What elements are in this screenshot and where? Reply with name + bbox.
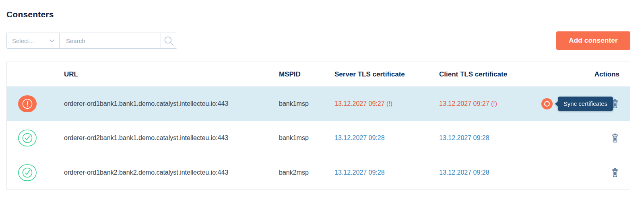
table-row[interactable]: orderer-ord1bank2.bank2.demo.catalyst.in… [7,155,630,190]
tooltip-label: Sync certificates [558,97,613,111]
client-cert-expiry: 13.12.2027 09:28 [439,134,560,142]
consenter-mspid: bank1msp [279,134,334,142]
server-cert-expiry: 13.12.2027 09:28 [334,134,439,142]
status-ok-icon [18,164,37,181]
table-row[interactable]: orderer-ord1bank1.bank1.demo.catalyst.in… [7,87,630,121]
server-cert-expiry: 13.12.2027 09:27 (!) [334,100,439,107]
header-mspid: MSPID [279,70,334,78]
consenters-page: Consenters Select... Add consenter URL M… [0,0,644,190]
delete-button[interactable] [611,133,619,143]
filter-group: Select... [6,33,177,49]
delete-button[interactable] [611,168,619,177]
status-cell [7,95,64,112]
status-ok-icon [18,130,37,146]
header-actions: Actions [560,70,630,78]
add-consenter-button[interactable]: Add consenter [556,31,630,50]
trash-icon [611,173,619,179]
magnifier-icon [163,35,174,46]
consenter-mspid: bank1msp [279,100,334,107]
client-cert-expiry: 13.12.2027 09:28 [439,169,560,176]
consenters-table: URL MSPID Server TLS certificate Client … [6,62,630,190]
header-client-cert: Client TLS certificate [439,70,560,78]
actions-cell [560,168,630,177]
trash-icon [611,138,619,144]
consenter-url: orderer-ord1bank1.bank1.demo.catalyst.in… [64,100,279,107]
header-url: URL [64,70,279,78]
consenter-mspid: bank2msp [279,169,334,176]
consenter-url: orderer-ord2bank1.bank1.demo.catalyst.in… [64,134,279,142]
table-header: URL MSPID Server TLS certificate Client … [7,62,630,87]
header-server-cert: Server TLS certificate [334,70,439,78]
page-title: Consenters [6,10,630,19]
sync-certificates-button[interactable] [541,98,553,109]
toolbar: Select... Add consenter [6,31,630,50]
consenter-url: orderer-ord1bank2.bank2.demo.catalyst.in… [64,169,279,176]
status-cell [7,130,64,146]
table-row[interactable]: orderer-ord2bank1.bank1.demo.catalyst.in… [7,121,630,155]
sync-tooltip: Sync certificates [555,97,613,111]
filter-select-value: Select... [12,37,34,44]
search-button[interactable] [161,33,177,48]
search-input[interactable] [59,33,161,48]
table-body: orderer-ord1bank1.bank1.demo.catalyst.in… [7,87,630,190]
sync-group: Sync certificates [541,97,613,111]
chevron-down-icon [50,39,54,42]
status-warning-icon [18,95,37,112]
refresh-icon [541,105,553,111]
filter-select[interactable]: Select... [7,33,59,48]
status-cell [7,164,64,181]
actions-cell [560,133,630,143]
server-cert-expiry: 13.12.2027 09:28 [334,169,439,176]
